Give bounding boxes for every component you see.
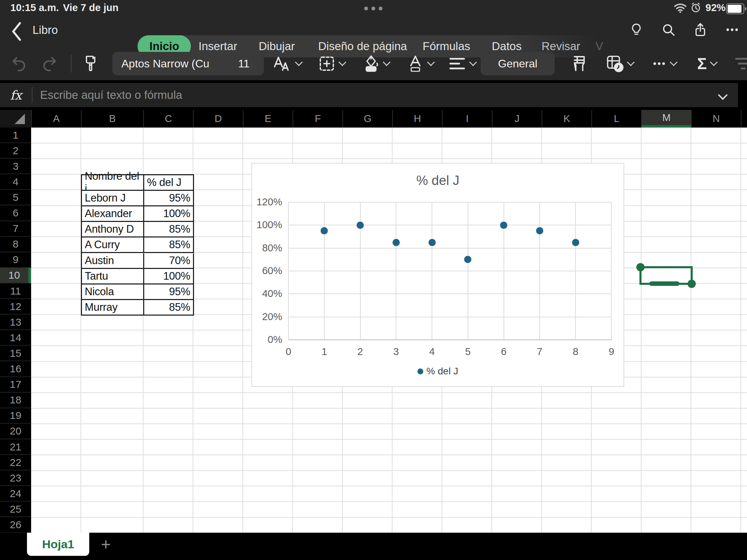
column-header-K[interactable]: K [542, 110, 591, 128]
cell-format-clock-icon[interactable] [606, 47, 634, 80]
row-header-2[interactable]: 2 [0, 143, 31, 159]
table-cell[interactable]: 85% [144, 237, 194, 253]
row-header-5[interactable]: 5 [0, 190, 31, 205]
formula-input-placeholder[interactable]: Escribe aquí texto o fórmula [40, 88, 719, 102]
column-header-G[interactable]: G [342, 110, 392, 128]
more-commands-button[interactable] [652, 47, 676, 80]
row-header-19[interactable]: 19 [0, 408, 31, 424]
table-cell[interactable]: 100% [144, 206, 194, 222]
row-header-15[interactable]: 15 [0, 346, 31, 361]
column-header-E[interactable]: E [243, 110, 293, 128]
fill-color-button[interactable] [362, 47, 389, 80]
row-header-6[interactable]: 6 [0, 206, 31, 221]
add-sheet-button[interactable]: + [96, 533, 116, 556]
font-size-button[interactable]: 11 [224, 52, 264, 75]
table-cell[interactable]: Tartu [82, 269, 144, 284]
table-cell[interactable]: Austin [82, 253, 144, 269]
row-header-14[interactable]: 14 [0, 330, 31, 346]
column-header-B[interactable]: B [81, 110, 143, 128]
row-header-11[interactable]: 11 [0, 283, 31, 299]
data-point[interactable] [464, 256, 471, 263]
data-point[interactable] [321, 227, 328, 234]
row-header-24[interactable]: 24 [0, 486, 31, 502]
column-header-C[interactable]: C [143, 110, 193, 128]
selection-handle-bottom-right[interactable] [688, 280, 696, 288]
tellme-lightbulb-icon[interactable] [627, 20, 646, 39]
table-cell[interactable]: Alexander [82, 206, 144, 222]
table-cell[interactable]: Anthony D [82, 222, 144, 237]
freeze-panes-icon[interactable] [571, 47, 587, 80]
share-icon[interactable] [691, 20, 710, 39]
alignment-button[interactable] [448, 47, 476, 80]
column-header-M[interactable]: M [641, 110, 691, 128]
column-header-I[interactable]: I [442, 110, 492, 128]
column-header-N[interactable]: N [691, 110, 741, 128]
more-options-icon[interactable] [722, 20, 742, 39]
row-header-25[interactable]: 25 [0, 502, 31, 517]
row-header-26[interactable]: 26 [0, 517, 31, 533]
font-formatting-button[interactable] [273, 47, 302, 80]
undo-icon[interactable] [10, 47, 28, 80]
row-header-10[interactable]: 10 [0, 268, 31, 283]
data-point[interactable] [357, 222, 364, 229]
borders-button[interactable] [318, 47, 345, 80]
data-point[interactable] [572, 239, 579, 246]
search-icon[interactable] [659, 20, 678, 39]
row-header-1[interactable]: 1 [0, 128, 31, 143]
table-cell[interactable]: Nicola [82, 284, 144, 300]
multitask-dots-icon[interactable] [362, 6, 384, 12]
table-cell[interactable]: Murray [82, 300, 144, 316]
number-format-button[interactable]: General [481, 52, 555, 75]
row-header-21[interactable]: 21 [0, 439, 31, 455]
select-all-corner[interactable] [0, 110, 31, 128]
table-cell[interactable]: A Curry [82, 237, 144, 253]
row-header-16[interactable]: 16 [0, 362, 31, 377]
table-cell[interactable]: 85% [144, 222, 194, 237]
row-header-9[interactable]: 9 [0, 252, 31, 268]
column-header-F[interactable]: F [293, 110, 342, 128]
table-cell[interactable]: 95% [144, 284, 194, 300]
sort-filter-icon-partial[interactable] [735, 47, 747, 80]
selection-handle-top-left[interactable] [636, 263, 645, 271]
table-cell[interactable]: 95% [144, 191, 194, 206]
column-header-D[interactable]: D [193, 110, 243, 128]
table-header-cell[interactable]: Nombre del j [82, 175, 144, 191]
scatter-chart[interactable]: % del J 01234567890%20%40%60%80%100%120%… [251, 163, 624, 387]
row-header-3[interactable]: 3 [0, 159, 31, 174]
data-point[interactable] [500, 222, 507, 229]
font-color-button[interactable] [407, 47, 434, 80]
row-header-17[interactable]: 17 [0, 377, 31, 393]
row-header-4[interactable]: 4 [0, 174, 31, 190]
row-header-8[interactable]: 8 [0, 237, 31, 252]
row-header-12[interactable]: 12 [0, 299, 31, 315]
font-name-button[interactable]: Aptos Narrow (Cu [112, 52, 231, 75]
table-cell[interactable]: Leborn J [82, 191, 144, 206]
formula-bar-expand-chevron[interactable] [718, 90, 728, 100]
row-header-18[interactable]: 18 [0, 393, 31, 408]
data-point[interactable] [428, 239, 436, 246]
row-header-13[interactable]: 13 [0, 315, 31, 330]
data-point[interactable] [393, 239, 400, 246]
autosum-button[interactable]: Σ [697, 47, 717, 80]
redo-icon[interactable] [41, 47, 58, 80]
row-header-23[interactable]: 23 [0, 470, 31, 486]
column-header-H[interactable]: H [392, 110, 442, 128]
sheet-tab-hoja1[interactable]: Hoja1 [27, 533, 89, 556]
workbook-title[interactable]: Libro [33, 24, 58, 37]
table-cell[interactable]: 85% [144, 300, 194, 316]
cell-selection-M10[interactable] [639, 266, 693, 285]
column-header-J[interactable]: J [492, 110, 542, 128]
data-point[interactable] [536, 227, 543, 234]
table-header-cell[interactable]: % del J [144, 175, 194, 191]
sheet-data-table[interactable]: Nombre del j% del JLeborn J95%Alexander1… [81, 174, 194, 316]
table-cell[interactable]: 100% [144, 269, 194, 284]
back-button[interactable] [10, 21, 23, 41]
row-header-7[interactable]: 7 [0, 221, 31, 237]
column-header-L[interactable]: L [591, 110, 641, 128]
format-painter-icon[interactable] [82, 47, 99, 80]
column-header-A[interactable]: A [31, 110, 81, 128]
table-cell[interactable]: 70% [144, 253, 194, 269]
row-header-22[interactable]: 22 [0, 455, 31, 470]
row-header-20[interactable]: 20 [0, 424, 31, 439]
formula-bar[interactable]: fx Escribe aquí texto o fórmula [0, 83, 738, 107]
